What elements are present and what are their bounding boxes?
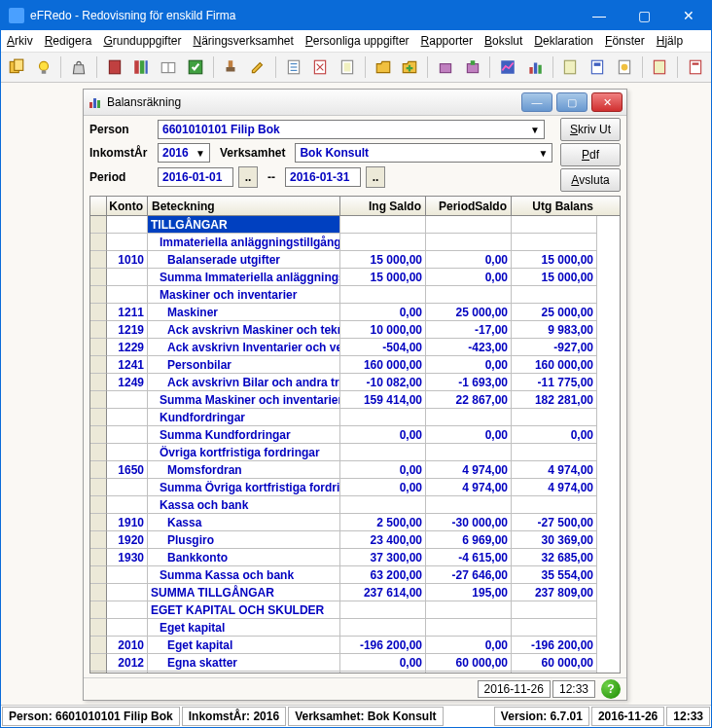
row-selector[interactable]	[90, 584, 107, 601]
period-from-pick[interactable]: ..	[238, 166, 258, 188]
tb-btn-box1[interactable]	[434, 55, 457, 80]
table-row[interactable]: 1650Momsfordran0,004 974,004 974,00	[90, 461, 620, 479]
period-to-input[interactable]: 2016-01-31	[285, 167, 361, 187]
table-row[interactable]: 2010Eget kapital-196 200,000,00-196 200,…	[90, 637, 620, 654]
minimize-button[interactable]: —	[577, 1, 622, 30]
col-konto[interactable]: Konto	[107, 197, 148, 215]
menu-personliga[interactable]: Personliga uppgifter	[305, 34, 409, 48]
table-row[interactable]: 1249Ack avskrivn Bilar och andra tra-10 …	[90, 374, 620, 391]
row-selector[interactable]	[90, 461, 107, 479]
row-selector[interactable]	[90, 479, 107, 496]
tb-btn-form3[interactable]	[613, 55, 636, 80]
person-combo[interactable]: 6601010101 Filip Bok▼	[158, 120, 545, 139]
child-maximize-button[interactable]: ▢	[556, 92, 587, 112]
table-row[interactable]: EGET KAPITAL OCH SKULDER	[90, 601, 620, 619]
row-selector[interactable]	[90, 251, 107, 269]
table-row[interactable]: 1930Bankkonto37 300,00-4 615,0032 685,00	[90, 549, 620, 566]
table-row[interactable]: Summa Maskiner och inventarier159 414,00…	[90, 391, 620, 409]
menu-bokslut[interactable]: Bokslut	[484, 34, 522, 48]
row-selector[interactable]	[90, 339, 107, 356]
tb-btn-book3[interactable]	[157, 55, 180, 80]
tb-btn-book1[interactable]	[103, 55, 126, 80]
row-selector[interactable]	[90, 234, 107, 251]
period-to-pick[interactable]: ..	[366, 166, 385, 188]
tb-btn-bulb[interactable]	[32, 55, 55, 80]
menu-fonster[interactable]: Fönster	[605, 34, 645, 48]
tb-btn-tools[interactable]	[220, 55, 243, 80]
maximize-button[interactable]: ▢	[622, 1, 666, 30]
skrivut-button[interactable]: Skriv Ut	[560, 118, 621, 141]
tb-btn-box2[interactable]	[461, 55, 484, 80]
row-selector[interactable]	[90, 531, 107, 549]
tb-btn-pencil[interactable]	[246, 55, 269, 80]
row-selector[interactable]	[90, 269, 107, 286]
menu-deklaration[interactable]: Deklaration	[534, 34, 593, 48]
year-combo[interactable]: 2016▼	[158, 143, 210, 163]
help-icon[interactable]: ?	[601, 679, 621, 699]
row-selector[interactable]	[90, 321, 107, 339]
row-selector[interactable]	[90, 304, 107, 321]
table-row[interactable]: Kundfordringar	[90, 409, 620, 426]
table-row[interactable]: Kassa och bank	[90, 496, 620, 514]
tb-btn-1[interactable]	[5, 55, 28, 80]
col-beteckning[interactable]: Beteckning	[148, 197, 340, 215]
tb-btn-form4[interactable]	[649, 55, 672, 80]
table-row[interactable]: Maskiner och inventarier	[90, 286, 620, 304]
row-selector[interactable]	[90, 286, 107, 304]
table-row[interactable]: TILLGÅNGAR	[90, 216, 620, 234]
tb-btn-bag[interactable]	[67, 55, 90, 80]
menu-grunduppgifter[interactable]: Grunduppgifter	[103, 34, 181, 48]
tb-btn-form5[interactable]	[684, 55, 707, 80]
table-row[interactable]: 1229Ack avskrivn Inventarier och ve-504,…	[90, 339, 620, 356]
child-close-button[interactable]: ✕	[591, 92, 623, 112]
tb-btn-form1[interactable]	[559, 55, 583, 80]
table-row[interactable]: Summa Kundfordringar0,000,000,00	[90, 426, 620, 444]
menu-rapporter[interactable]: Rapporter	[421, 34, 473, 48]
table-row[interactable]: 1920Plusgiro23 400,006 969,0030 369,00	[90, 531, 620, 549]
tb-btn-chart1[interactable]	[496, 55, 519, 80]
row-selector[interactable]	[90, 409, 107, 426]
table-row[interactable]: Övriga kortfristiga fordringar	[90, 444, 620, 461]
row-selector[interactable]	[90, 637, 107, 654]
row-selector[interactable]	[90, 496, 107, 514]
tb-btn-fold1[interactable]	[372, 55, 395, 80]
menu-hjalp[interactable]: Hjälp	[657, 34, 683, 48]
table-row[interactable]: 1219Ack avskrivn Maskiner och tekn10 000…	[90, 321, 620, 339]
avsluta-button[interactable]: Avsluta	[560, 168, 621, 192]
menu-redigera[interactable]: Redigera	[45, 34, 92, 48]
table-row[interactable]: Summa Immateriella anläggningst15 000,00…	[90, 269, 620, 286]
col-utg-balans[interactable]: Utg Balans	[512, 197, 597, 215]
child-minimize-button[interactable]: —	[521, 92, 552, 112]
verksamhet-combo[interactable]: Bok Konsult▼	[295, 143, 552, 163]
tb-btn-chart2[interactable]	[523, 55, 547, 80]
col-ing-saldo[interactable]: Ing Saldo	[340, 197, 426, 215]
period-from-input[interactable]: 2016-01-01	[158, 167, 233, 187]
table-row[interactable]: Summa Kassa och bank63 200,00-27 646,003…	[90, 566, 620, 584]
row-selector[interactable]	[90, 672, 107, 673]
table-row[interactable]: SUMMA TILLGÅNGAR237 614,00195,00237 809,…	[90, 584, 620, 601]
tb-btn-book4[interactable]	[184, 55, 207, 80]
col-selector[interactable]	[90, 197, 107, 215]
tb-btn-doc1[interactable]	[282, 55, 305, 80]
row-selector[interactable]	[90, 619, 107, 637]
col-period-saldo[interactable]: PeriodSaldo	[426, 197, 512, 215]
row-selector[interactable]	[90, 549, 107, 566]
table-row[interactable]: 1010Balanserade utgifter15 000,000,0015 …	[90, 251, 620, 269]
table-row[interactable]: Summa Övriga kortfristiga fordrin0,004 9…	[90, 479, 620, 496]
row-selector[interactable]	[90, 444, 107, 461]
tb-btn-doc2[interactable]	[309, 55, 333, 80]
table-row[interactable]: 1241Personbilar160 000,000,00160 000,00	[90, 356, 620, 374]
table-row[interactable]: 2012Egna skatter0,0060 000,0060 000,00	[90, 654, 620, 672]
row-selector[interactable]	[90, 601, 107, 619]
row-selector[interactable]	[90, 216, 107, 234]
table-row[interactable]: 1211Maskiner0,0025 000,0025 000,00	[90, 304, 620, 321]
table-row[interactable]: 2013Egna uttag0,0010 000,0010 000,00	[90, 672, 620, 673]
row-selector[interactable]	[90, 356, 107, 374]
row-selector[interactable]	[90, 514, 107, 531]
close-button[interactable]: ✕	[666, 1, 711, 30]
table-row[interactable]: Eget kapital	[90, 619, 620, 637]
tb-btn-form2[interactable]	[586, 55, 609, 80]
pdf-button[interactable]: Pdf	[560, 143, 621, 166]
grid-body[interactable]: TILLGÅNGARImmateriella anläggningstillgå…	[90, 216, 620, 673]
row-selector[interactable]	[90, 391, 107, 409]
